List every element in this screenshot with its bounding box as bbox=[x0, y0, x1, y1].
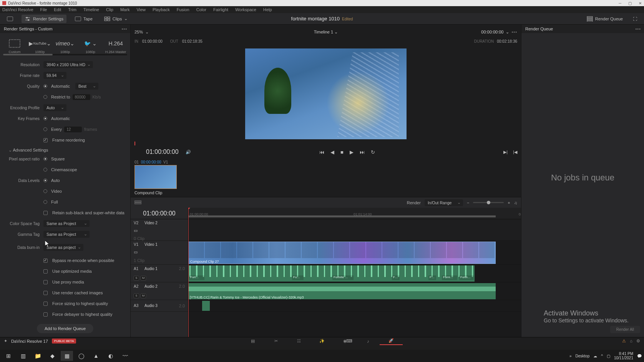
desktop-label[interactable]: Desktop bbox=[576, 354, 590, 358]
menu-item[interactable]: Mark bbox=[120, 7, 129, 12]
stop-icon[interactable]: ■ bbox=[340, 149, 344, 155]
menu-item[interactable]: Fusion bbox=[177, 7, 189, 12]
expand-icon[interactable]: ⛶ bbox=[630, 15, 640, 23]
play-icon[interactable]: ▶ bbox=[350, 149, 354, 155]
track-enable-icon[interactable]: ▭ bbox=[134, 250, 138, 255]
retain-check[interactable] bbox=[43, 211, 48, 215]
maximize-icon[interactable]: ▢ bbox=[628, 1, 632, 5]
clock-time[interactable]: 8:41 PM bbox=[614, 352, 633, 356]
render-range-bar[interactable] bbox=[188, 215, 496, 217]
bypass-check[interactable] bbox=[43, 259, 48, 263]
menu-item[interactable]: Workspace bbox=[235, 7, 256, 12]
audio-clip[interactable] bbox=[202, 301, 210, 311]
frame-reorder-check[interactable] bbox=[43, 138, 48, 142]
home-icon[interactable]: ⌂ bbox=[630, 339, 632, 344]
mute-button[interactable]: M bbox=[141, 294, 146, 298]
kf-every-radio[interactable] bbox=[43, 127, 47, 131]
fairlight-page-icon[interactable]: ♪ bbox=[357, 337, 380, 345]
resolution-select[interactable]: 3840 x 2160 Ultra HD bbox=[43, 61, 93, 68]
clips-toggle[interactable]: Clips ⌄ bbox=[101, 15, 131, 23]
tray-item[interactable]: ☁ bbox=[593, 354, 597, 358]
audio-meter-icon[interactable]: ♫ bbox=[514, 200, 517, 205]
preset-vimeo[interactable]: vimeo ⌄ 1080p bbox=[54, 37, 77, 54]
app-icon[interactable]: ◆ bbox=[46, 351, 58, 361]
cached-check[interactable] bbox=[43, 291, 48, 295]
app-icon[interactable]: 〰 bbox=[119, 351, 131, 361]
menu-item[interactable]: Help bbox=[263, 7, 272, 12]
framerate-select[interactable]: 59.94 bbox=[43, 72, 66, 79]
sizing-check[interactable] bbox=[43, 302, 48, 306]
optimized-check[interactable] bbox=[43, 269, 48, 274]
audio-clip[interactable]: [YTHUB.CC] Rarin & Tommy Ice - Mercedes … bbox=[188, 283, 496, 299]
preset-custom[interactable]: Custom bbox=[3, 37, 26, 54]
timeline-view-icon[interactable] bbox=[134, 200, 141, 205]
quality-preset-select[interactable]: Best bbox=[75, 83, 98, 90]
tape-toggle[interactable]: Tape bbox=[72, 15, 96, 23]
zoom-select[interactable]: 25%⌄ bbox=[134, 30, 149, 35]
transport-timecode[interactable]: 01:00:00:00 bbox=[146, 148, 179, 155]
first-frame-icon[interactable]: ⏮ bbox=[319, 149, 324, 155]
last-frame-icon[interactable]: ⏭ bbox=[360, 149, 365, 155]
render-range-select[interactable]: In/Out Range bbox=[425, 199, 463, 206]
proxy-check[interactable] bbox=[43, 280, 48, 284]
menu-item[interactable]: View bbox=[136, 7, 146, 12]
gear-icon[interactable]: ⚙ bbox=[636, 339, 640, 344]
notifications-icon[interactable]: 💬 bbox=[637, 354, 642, 358]
dl-full-radio[interactable] bbox=[43, 200, 47, 204]
quick-export-button[interactable] bbox=[4, 15, 16, 23]
start-button[interactable]: ⊞ bbox=[2, 351, 15, 361]
viewer[interactable] bbox=[131, 46, 521, 142]
add-to-queue-button[interactable]: Add to Render Queue bbox=[37, 324, 93, 333]
colorspace-select[interactable]: Same as Project bbox=[43, 220, 90, 227]
panel-options-icon[interactable]: ••• bbox=[121, 27, 127, 31]
deliver-page-icon[interactable]: 🚀 bbox=[380, 337, 403, 345]
preset-youtube[interactable]: ▶ YouTube ⌄ 1080p bbox=[28, 37, 51, 54]
par-cine-radio[interactable] bbox=[43, 168, 47, 172]
preset-twitter[interactable]: 🐦 ⌄ 1080p bbox=[79, 37, 102, 54]
panel-options-icon[interactable]: ••• bbox=[635, 27, 641, 31]
chevron-down-icon[interactable]: ⌄ bbox=[506, 30, 509, 35]
debayer-check[interactable] bbox=[43, 312, 48, 317]
task-view-icon[interactable]: ▥ bbox=[17, 351, 29, 361]
menu-item[interactable]: DaVinci Resolve bbox=[2, 7, 33, 12]
quality-auto-radio[interactable] bbox=[43, 84, 47, 88]
jog-bar[interactable] bbox=[134, 142, 517, 145]
volume-icon[interactable]: 🔊 bbox=[186, 150, 191, 155]
burnin-select[interactable]: Same as project bbox=[43, 244, 83, 251]
gamma-select[interactable]: Same as Project bbox=[43, 231, 90, 238]
menu-item[interactable]: Playback bbox=[153, 7, 170, 12]
timeline-name[interactable]: Timeline 1 ⌄ bbox=[314, 30, 338, 35]
tray-item[interactable]: ^ bbox=[601, 354, 603, 358]
solo-button[interactable]: S bbox=[134, 294, 139, 298]
render-settings-toggle[interactable]: Render Settings bbox=[22, 15, 66, 23]
dl-auto-radio[interactable] bbox=[43, 178, 47, 182]
edit-page-icon[interactable]: ☷ bbox=[287, 337, 310, 345]
playhead[interactable] bbox=[188, 208, 189, 337]
tray-item[interactable]: ▢ bbox=[607, 354, 610, 358]
app-icon[interactable]: ▲ bbox=[90, 351, 102, 361]
timeline-canvas[interactable]: 01:00:00:00 01:01:14:00 01:02:29:00 Comp… bbox=[188, 208, 521, 337]
mute-button[interactable]: M bbox=[141, 276, 146, 280]
zoom-in-icon[interactable]: + bbox=[508, 200, 510, 205]
quality-restrict-radio[interactable] bbox=[43, 95, 47, 99]
menu-item[interactable]: Fairlight bbox=[213, 7, 228, 12]
timeline-timecode[interactable]: 01:00:00:00 bbox=[131, 208, 188, 219]
timeline-ruler[interactable]: 01:00:00:00 01:01:14:00 01:02:29:00 bbox=[188, 208, 521, 219]
resolve-taskbar-icon[interactable]: ▦ bbox=[61, 351, 73, 361]
kf-auto-radio[interactable] bbox=[43, 117, 47, 120]
zoom-out-icon[interactable]: − bbox=[467, 200, 469, 205]
audio-clip[interactable]: Fort… Fo… Fortnite … F… F… Forni… Fortn… bbox=[188, 265, 475, 282]
media-page-icon[interactable]: ▤ bbox=[241, 337, 264, 345]
solo-button[interactable]: S bbox=[134, 276, 139, 280]
warning-icon[interactable]: ⚠ bbox=[622, 339, 626, 344]
color-page-icon[interactable]: ◉ bbox=[334, 337, 357, 345]
preset-h264[interactable]: H.264 H.264 Master bbox=[104, 37, 127, 54]
close-icon[interactable]: ✕ bbox=[639, 1, 642, 5]
menu-item[interactable]: File bbox=[40, 7, 47, 12]
par-square-radio[interactable] bbox=[43, 157, 47, 161]
cut-page-icon[interactable]: ✂ bbox=[264, 337, 287, 345]
next-clip-icon[interactable]: ▶| bbox=[503, 150, 508, 155]
render-queue-toggle[interactable]: Render Queue bbox=[584, 15, 626, 23]
play-reverse-icon[interactable]: ◀ bbox=[330, 149, 334, 155]
viewer-options-icon[interactable]: ••• bbox=[511, 30, 517, 34]
